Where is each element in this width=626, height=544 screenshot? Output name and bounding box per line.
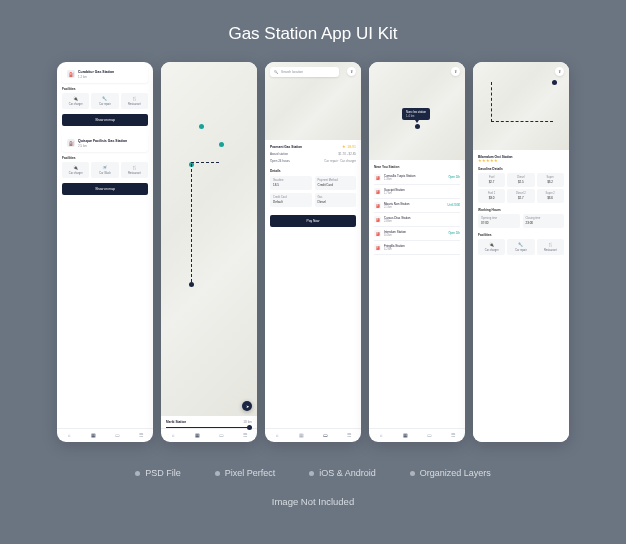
list-item-distance: 2.1 km [384, 206, 445, 209]
bottom-nav: ⌂ ▦ ▭ ☰ [265, 428, 361, 442]
map-area[interactable]: ⇪ [473, 62, 569, 150]
fuel-pump-icon: ⛽ [374, 216, 381, 223]
kit-title: Gas Station App UI Kit [228, 24, 397, 44]
fuel-pump-icon: ⛽ [374, 188, 381, 195]
share-button[interactable]: ⇪ [347, 67, 356, 76]
distance-slider[interactable] [166, 427, 252, 428]
nav-home[interactable]: ⌂ [161, 429, 185, 442]
nav-home[interactable]: ⌂ [265, 429, 289, 442]
nav-home[interactable]: ⌂ [369, 429, 393, 442]
features-row: PSD File Pixel Perfect iOS & Android Org… [135, 468, 491, 478]
show-on-map-button[interactable]: Show on map [62, 114, 148, 126]
facility-repair[interactable]: 🔧Car repair [507, 239, 534, 255]
nav-profile[interactable]: ☰ [337, 429, 361, 442]
near-you-label: Near You Station [374, 165, 460, 169]
nav-map[interactable]: ▦ [81, 429, 105, 442]
fuel-price-cell: Diesel 2$2.7 [507, 189, 534, 203]
nav-map[interactable]: ▦ [393, 429, 417, 442]
fuel-price-cell: Super 2$3.6 [537, 189, 564, 203]
fuel-price-cell: Diesel$2.5 [507, 173, 534, 187]
search-icon: 🔍 [274, 70, 278, 74]
map-area[interactable]: ➤ [161, 62, 257, 416]
map-callout[interactable]: Nunc leo station 1.4 km [402, 108, 430, 120]
nav-map[interactable]: ▦ [289, 429, 313, 442]
facility-charger[interactable]: 🔌Car charger [62, 93, 89, 109]
bullet-icon [410, 471, 415, 476]
nav-wallet[interactable]: ▭ [209, 429, 233, 442]
bottom-nav: ⌂ ▦ ▭ ☰ [369, 428, 465, 442]
list-item[interactable]: ⛽Cursus Dias Station2.8 km [374, 213, 460, 227]
facility-charger[interactable]: 🔌Car charger [62, 162, 89, 178]
facility-wash[interactable]: 🚿Car Wash [91, 162, 118, 178]
search-placeholder: Search location [281, 70, 303, 74]
fork-knife-icon: 🍴 [122, 96, 147, 101]
nav-map[interactable]: ▦ [185, 429, 209, 442]
list-item[interactable]: ⛽Mauris Non Station2.1 kmUntil 23:00 [374, 199, 460, 213]
payment-method-cell[interactable]: Payment MethodCredit Card [315, 176, 357, 190]
share-button[interactable]: ⇪ [451, 67, 460, 76]
facility-repair[interactable]: 🔧Car repair [91, 93, 118, 109]
list-item-distance: 4.2 km [384, 248, 457, 251]
facility-restaurant[interactable]: 🍴Restaurant [537, 239, 564, 255]
fuel-price-cell: Fuel 2$3.0 [478, 189, 505, 203]
gas-type-cell[interactable]: GasDiesel [315, 193, 357, 207]
show-on-map-button[interactable]: Show on map [62, 183, 148, 195]
feature-item: Organized Layers [410, 468, 491, 478]
station-card-2: ⛽ Quisque Facilisis Gas Station 2.5 km [62, 135, 148, 152]
nav-wallet[interactable]: ▭ [417, 429, 441, 442]
station-distance: 1.2 km [78, 75, 114, 79]
fork-knife-icon: 🍴 [538, 242, 563, 247]
station-card-1: ⛽ Curabitur Gas Station 1.2 km [62, 66, 148, 83]
list-item[interactable]: ⛽Suscipit Station1.7 km [374, 185, 460, 199]
tag-charger: Car charger [340, 159, 356, 163]
list-item-distance: 3.4 km [384, 234, 446, 237]
nav-wallet[interactable]: ▭ [313, 429, 337, 442]
facility-restaurant[interactable]: 🍴Restaurant [121, 93, 148, 109]
award-label: Award station [270, 152, 288, 156]
map-pin-user[interactable] [189, 282, 194, 287]
share-button[interactable]: ⇪ [555, 67, 564, 76]
list-item[interactable]: ⛽Fringilla Station4.2 km [374, 241, 460, 255]
fork-knife-icon: 🍴 [122, 165, 147, 170]
near-you-sheet: Near You Station ⛽Convallis Turpis Stati… [369, 160, 465, 428]
nav-profile[interactable]: ☰ [441, 429, 465, 442]
search-bar[interactable]: 🔍 Search location [270, 67, 339, 77]
phone-near-you: ⇪ Nunc leo station 1.4 km Near You Stati… [369, 62, 465, 442]
phone-payment: 🔍 Search location ⇪ Praesent Gas Station… [265, 62, 361, 442]
locate-me-button[interactable]: ➤ [242, 401, 252, 411]
details-sheet: Bibendum Orci Station ★★★★★ Gasoline Det… [473, 150, 569, 442]
map-pin-station[interactable] [219, 142, 224, 147]
gasoline-cell[interactable]: Gasoline18.5 [270, 176, 312, 190]
plug-icon: 🔌 [63, 165, 88, 170]
pay-now-button[interactable]: Pay Now [270, 215, 356, 227]
nav-home[interactable]: ⌂ [57, 429, 81, 442]
credit-card-cell[interactable]: Credit CardDefault [270, 193, 312, 207]
fuel-price-cell: Super$3.2 [537, 173, 564, 187]
plug-icon: 🔌 [479, 242, 504, 247]
list-item[interactable]: ⛽Convallis Turpis Station1.3 kmOpen 24h [374, 171, 460, 185]
price-range: $1.70 - $2.85 [338, 152, 356, 156]
map-area[interactable]: ⇪ Nunc leo station 1.4 km [369, 62, 465, 160]
list-item-status: Open 24h [449, 232, 460, 235]
station-slider-card: Merbi Station 10 km [161, 416, 257, 428]
map-pin-station[interactable] [199, 124, 204, 129]
fuel-price-cell: Fuel$2.7 [478, 173, 505, 187]
fuel-pump-icon: ⛽ [374, 202, 381, 209]
list-item[interactable]: ⛽Interdum Station3.4 kmOpen 24h [374, 227, 460, 241]
phone-station-list: ⛽ Curabitur Gas Station 1.2 km Facilitie… [57, 62, 153, 442]
list-item-status: Until 23:00 [448, 204, 460, 207]
details-label: Details [270, 169, 356, 173]
list-item-distance: 2.8 km [384, 220, 457, 223]
facilities-label: Facilities [62, 156, 148, 160]
station-name: Curabitur Gas Station [78, 70, 114, 74]
nav-profile[interactable]: ☰ [233, 429, 257, 442]
closing-time: Closing time23:00 [523, 214, 565, 228]
phone-station-details: ⇪ Bibendum Orci Station ★★★★★ Gasoline D… [473, 62, 569, 442]
wrench-icon: 🔧 [92, 96, 117, 101]
nav-wallet[interactable]: ▭ [105, 429, 129, 442]
map-pin-selected[interactable] [415, 124, 420, 129]
facility-restaurant[interactable]: 🍴Restaurant [121, 162, 148, 178]
facilities-label: Facilities [62, 87, 148, 91]
facility-charger[interactable]: 🔌Car charger [478, 239, 505, 255]
nav-profile[interactable]: ☰ [129, 429, 153, 442]
